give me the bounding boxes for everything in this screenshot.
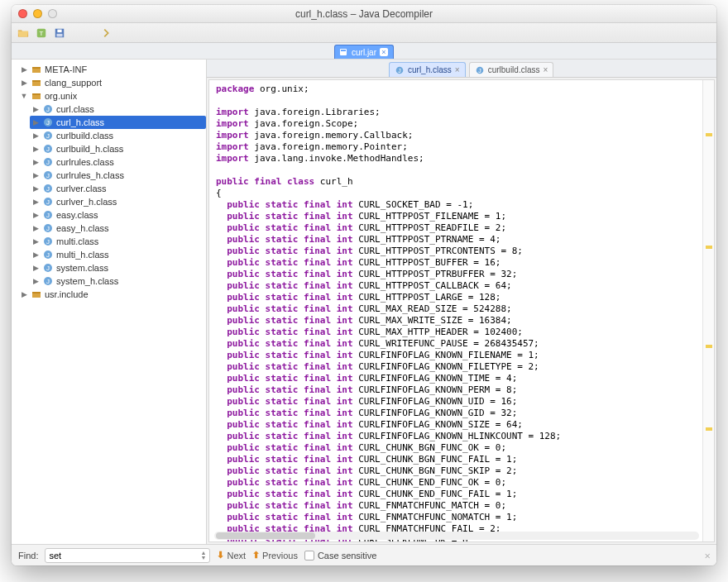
svg-text:J: J: [46, 172, 50, 179]
disclosure-triangle-icon[interactable]: ▶: [31, 195, 40, 208]
find-field[interactable]: ▲▼: [45, 548, 210, 563]
disclosure-triangle-icon[interactable]: ▼: [20, 89, 28, 103]
tree-item-label: META-INF: [45, 63, 87, 76]
editor-tab[interactable]: Jcurl_h.class×: [389, 62, 466, 77]
arrow-down-icon: ⬇: [217, 550, 224, 561]
class-file-icon: J: [42, 103, 54, 115]
scrollbar-thumb[interactable]: [216, 532, 315, 539]
tree-item-label: curl_h.class: [56, 116, 104, 129]
tree-item[interactable]: ▶Jsystem_h.class: [30, 274, 206, 288]
jar-icon: [338, 47, 348, 57]
disclosure-triangle-icon[interactable]: ▶: [20, 288, 28, 301]
overview-ruler[interactable]: [702, 80, 714, 541]
tree-root: ▶META-INF▶clang_support▼org.unix▶Jcurl.c…: [15, 63, 206, 301]
find-input[interactable]: [49, 551, 200, 561]
find-prev-button[interactable]: ⬆Previous: [252, 550, 298, 561]
tree-item[interactable]: ▶META-INF: [18, 63, 206, 76]
svg-rect-10: [32, 80, 41, 82]
svg-text:J: J: [46, 132, 50, 140]
disclosure-triangle-icon[interactable]: ▶: [31, 274, 40, 288]
nav-back-icon[interactable]: [81, 26, 94, 40]
disclosure-triangle-icon[interactable]: ▶: [20, 76, 28, 89]
tree-item[interactable]: ▶Jcurlbuild_h.class: [30, 142, 206, 155]
tree-item[interactable]: ▶Jcurl_h.class: [30, 116, 206, 129]
code-scroll[interactable]: package org.unix; import java.foreign.Li…: [209, 80, 714, 541]
arrow-up-icon: ⬆: [252, 550, 260, 561]
nav-forward-icon[interactable]: [99, 26, 113, 40]
tree-item[interactable]: ▶clang_support: [18, 76, 206, 89]
svg-rect-4: [57, 33, 63, 36]
svg-text:J: J: [46, 238, 50, 246]
tree-item[interactable]: ▶Jeasy.class: [30, 208, 206, 222]
marker-icon[interactable]: [706, 345, 712, 348]
open-file-icon[interactable]: [17, 26, 30, 40]
archive-tab-strip: curl.jar ×: [12, 43, 716, 60]
save-icon[interactable]: [53, 26, 66, 40]
editor-tab-label: curl_h.class: [408, 65, 452, 74]
class-file-icon: J: [42, 262, 54, 274]
disclosure-triangle-icon[interactable]: ▶: [31, 261, 40, 274]
disclosure-triangle-icon[interactable]: ▶: [31, 169, 40, 182]
tree-item[interactable]: ▶Jcurlrules_h.class: [30, 169, 206, 182]
archive-tab[interactable]: curl.jar ×: [334, 45, 394, 59]
svg-text:J: J: [46, 198, 50, 206]
horizontal-scrollbar[interactable]: [214, 532, 699, 540]
open-type-icon[interactable]: T: [35, 26, 48, 40]
titlebar[interactable]: curl_h.class – Java Decompiler: [12, 5, 716, 23]
find-close-icon[interactable]: ⨉: [705, 550, 710, 561]
disclosure-triangle-icon[interactable]: ▶: [31, 208, 40, 222]
find-label: Find:: [18, 551, 38, 561]
marker-icon[interactable]: [706, 246, 712, 249]
tree-item[interactable]: ▶Jcurlrules.class: [30, 155, 206, 169]
disclosure-triangle-icon[interactable]: ▶: [31, 248, 40, 261]
archive-tab-close-icon[interactable]: ×: [380, 48, 388, 56]
disclosure-triangle-icon[interactable]: ▶: [31, 222, 40, 235]
disclosure-triangle-icon[interactable]: ▶: [31, 129, 40, 142]
source-code[interactable]: package org.unix; import java.foreign.Li…: [209, 80, 714, 541]
checkbox-box-icon: [304, 551, 314, 561]
find-next-button[interactable]: ⬇Next: [217, 550, 246, 561]
svg-rect-6: [341, 50, 346, 51]
tree-item[interactable]: ▶usr.include: [18, 288, 206, 301]
tree-item-label: curlbuild.class: [56, 129, 113, 142]
tree-item[interactable]: ▼org.unix: [18, 89, 206, 103]
code-viewport: package org.unix; import java.foreign.Li…: [208, 79, 715, 542]
class-file-icon: J: [42, 236, 54, 247]
tree-item[interactable]: ▶Jcurlver.class: [30, 182, 206, 195]
disclosure-triangle-icon[interactable]: ▶: [31, 142, 40, 155]
class-file-icon: J: [42, 222, 54, 234]
svg-text:J: J: [398, 67, 400, 73]
disclosure-triangle-icon[interactable]: ▶: [31, 182, 40, 195]
find-history-stepper-icon[interactable]: ▲▼: [201, 551, 207, 561]
tab-close-icon[interactable]: ×: [455, 66, 460, 74]
class-file-icon: J: [475, 65, 485, 75]
package-explorer[interactable]: ▶META-INF▶clang_support▼org.unix▶Jcurl.c…: [12, 60, 207, 544]
marker-icon[interactable]: [706, 133, 712, 136]
tree-item[interactable]: ▶Jcurlver_h.class: [30, 195, 206, 208]
tree-item-label: curlrules_h.class: [56, 169, 124, 182]
tree-item[interactable]: ▶Jmulti.class: [30, 235, 206, 248]
tree-item-label: easy.class: [56, 208, 98, 222]
disclosure-triangle-icon[interactable]: ▶: [31, 116, 40, 129]
tree-item[interactable]: ▶Jeasy_h.class: [30, 222, 206, 235]
class-file-icon: J: [42, 156, 54, 168]
svg-text:J: J: [46, 265, 50, 272]
archive-tab-label: curl.jar: [352, 48, 376, 57]
disclosure-triangle-icon[interactable]: ▶: [31, 155, 40, 169]
tree-item-label: usr.include: [45, 288, 89, 301]
tree-item[interactable]: ▶Jsystem.class: [30, 261, 206, 274]
case-sensitive-checkbox[interactable]: Case sensitive: [304, 551, 377, 561]
editor-tab[interactable]: Jcurlbuild.class×: [469, 62, 554, 77]
tree-item-label: multi_h.class: [56, 248, 109, 261]
tree-item[interactable]: ▶Jmulti_h.class: [30, 248, 206, 261]
svg-rect-12: [32, 93, 41, 95]
window-title: curl_h.class – Java Decompiler: [12, 8, 716, 20]
marker-icon[interactable]: [706, 427, 712, 431]
tree-item[interactable]: ▶Jcurl.class: [30, 103, 206, 116]
disclosure-triangle-icon[interactable]: ▶: [31, 103, 40, 116]
class-file-icon: J: [42, 130, 54, 141]
tree-item[interactable]: ▶Jcurlbuild.class: [30, 129, 206, 142]
disclosure-triangle-icon[interactable]: ▶: [20, 63, 28, 76]
disclosure-triangle-icon[interactable]: ▶: [31, 235, 40, 248]
tab-close-icon[interactable]: ×: [543, 66, 548, 74]
